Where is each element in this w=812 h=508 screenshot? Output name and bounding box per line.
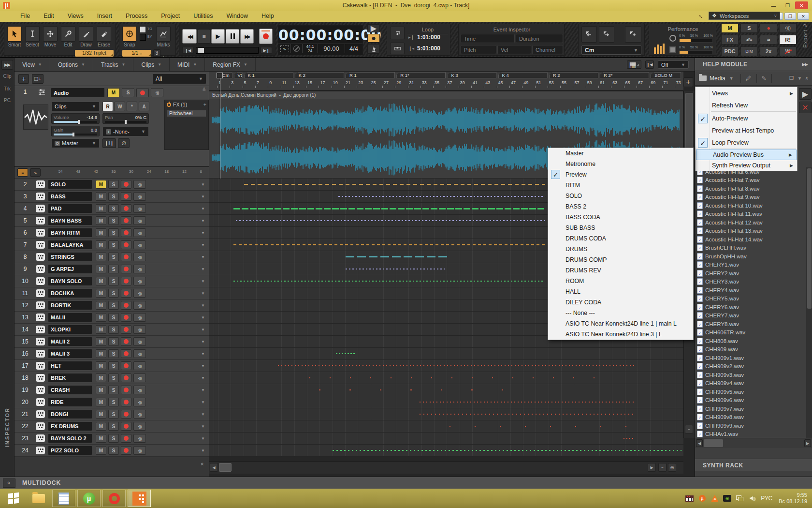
ruler-marker-solo-m[interactable]: SOLO M [651,72,681,78]
dock-window-icon[interactable]: ❐ [789,75,794,81]
play-button[interactable]: ▶ [211,29,225,44]
file-item-chh909v4-wav[interactable]: ♪CHH909v4.wav [695,379,806,388]
track-solo-button[interactable]: S [108,434,119,443]
edit-tool-button[interactable] [61,26,75,42]
input-selector[interactable]: I-None-▼ [102,127,149,136]
track-options-caret[interactable]: ▼ [201,303,205,308]
track-options-caret[interactable]: ▼ [201,194,205,199]
track-echo-button[interactable]: •))) [133,289,146,298]
playhead-handle[interactable] [217,73,223,78]
zoom-out-button[interactable]: − [658,463,667,472]
bus-menu-item-asio-tc-near-konnekt24d-line-3-l[interactable]: ASIO TC Near Konnekt24D line 3 | L [548,329,693,340]
file-item-acoustic-hi-hat-11-wav[interactable]: ♪Acoustic Hi-Hat 11.wav [695,210,806,219]
clip-tab[interactable]: Clip [0,74,14,79]
track-name-field[interactable]: CRASH [48,386,92,394]
file-item-acoustic-hi-hat-10-wav[interactable]: ♪Acoustic Hi-Hat 10.wav [695,201,806,210]
mix-automation-button[interactable]: ≈ [760,35,777,45]
file-item-chery7-wav[interactable]: ♪CHERY7.wav [695,312,806,320]
child-close-button[interactable]: ✕ [798,13,809,20]
track-mute-button[interactable]: M [96,398,106,406]
track-options-caret[interactable]: ▼ [201,255,205,259]
mix-mute-button[interactable]: M [721,23,739,33]
track-echo-button[interactable]: •))) [133,410,146,418]
phase-button[interactable]: ∅ [118,138,130,148]
file-item-chh909v7-wav[interactable]: ♪CHH909v7.wav [695,404,806,413]
track-arm-button[interactable] [121,374,131,382]
track-arm-button[interactable] [121,349,131,358]
record-button[interactable] [259,29,273,44]
track-mute-button[interactable]: M [96,446,106,455]
track-mute-button[interactable]: M [96,410,106,418]
track-filter-selector[interactable]: All▼ [152,74,206,84]
collapse-all-icon[interactable]: « [200,463,205,465]
file-item-chery4-wav[interactable]: ♪CHERY4.wav [695,286,806,295]
snap-magnetic-value[interactable]: 3 [153,49,160,57]
workspaces-selector[interactable]: ❖ Workspaces ˅ [709,12,780,20]
track-row-17[interactable]: 17HETMS•)))▼ [14,360,209,372]
duplicate-track-button[interactable]: ❐+ [32,74,44,84]
automation-snapshot-button[interactable]: * [127,102,137,111]
mix-solo-button[interactable]: S [740,23,758,33]
tray-nvidia-icon[interactable]: ◉ [723,495,731,502]
menu-views[interactable]: Views [61,11,90,22]
track-arm-button[interactable] [121,361,131,370]
track-name-field[interactable]: BONGI [48,410,92,418]
track-echo-button[interactable]: •))) [133,216,146,225]
sample-rate-display[interactable]: 44.124 [303,44,318,53]
file-item-chh909v2-wav[interactable]: ♪CHH909v2.wav [695,362,806,371]
track-row-14[interactable]: 14XLOPKIMS•)))▼ [14,324,209,336]
track-row-2[interactable]: 2SOLOMS•)))▼ [14,179,209,191]
file-item-chhav1-wav[interactable]: ♪CHHAv1.wav [695,430,806,439]
track-mute-button[interactable]: M [96,349,106,358]
time-display[interactable]: 00:00:00:00 [278,27,362,44]
track-arm-button[interactable] [121,398,131,406]
add-track-button[interactable]: + [18,74,29,84]
volume-slider[interactable]: Volume-14.6 [51,113,100,124]
files-horizontal-scrollbar[interactable]: ◀ ▶ [695,438,812,448]
track-arm-button[interactable] [121,192,131,201]
notes-edit-icon[interactable]: ✎ [757,74,772,83]
preview-play-button[interactable]: ▶ [799,88,812,100]
track-solo-button[interactable]: S [108,216,119,225]
file-item-chh909v3-wav[interactable]: ♪CHH909v3.wav [695,371,806,379]
file-item-chh909v5-wav[interactable]: ♪CHH909v5.wav [695,388,806,396]
track-echo-button[interactable]: •))) [133,349,146,358]
track-echo-button[interactable]: •))) [133,361,146,370]
track-arm-button[interactable] [121,337,131,346]
file-item-chh909v6-wav[interactable]: ♪CHH909v6.wav [695,396,806,405]
track-row-19[interactable]: 19CRASHMS•)))▼ [14,384,209,396]
ruler-marker-r-1[interactable]: R 1 [346,72,395,78]
tray-avast-icon[interactable]: a [710,495,719,502]
synth-rack-header[interactable]: SYNTH RACK [695,459,812,471]
track-row-16[interactable]: 16MALII 3MS•)))▼ [14,348,209,360]
track-row-8[interactable]: 8STRINGSMS•)))▼ [14,251,209,263]
punch-in-button[interactable] [581,26,597,43]
track-mute-button[interactable]: M [96,301,106,310]
track-options-caret[interactable]: ▼ [201,182,205,187]
help-menu-item-preview-at-host-tempo[interactable]: Preview at Host Tempo [696,124,797,136]
track-options-caret[interactable]: ▼ [201,352,205,356]
track-echo-button[interactable]: •))) [133,337,146,346]
track-solo-button[interactable]: S [108,349,119,358]
fast-forward-button[interactable]: ▶▶ [240,29,254,44]
mix-fx-button[interactable]: FX [721,35,739,45]
restore-button[interactable]: ❐ [781,1,794,9]
event-vel-field[interactable]: Vel [497,45,531,54]
file-item-chh909v9-wav[interactable]: ♪CHH909v9.wav [695,421,806,430]
metronome-disabled-icon[interactable] [291,44,303,53]
track-name-field[interactable]: MALII [48,313,92,322]
taskbar-notepad[interactable] [52,490,75,507]
smart-tool-button[interactable] [7,26,22,42]
track-echo-button[interactable]: •))) [133,434,146,443]
track-row-3[interactable]: 3BASSMS•)))▼ [14,191,209,203]
track-name-field[interactable]: BORTIK [48,301,92,310]
menu-process[interactable]: Process [119,11,154,22]
track-name-field[interactable]: BASS [48,192,92,201]
track-row-23[interactable]: 23BAYN SOLO 2MS•)))▼ [14,433,209,445]
track-row-5[interactable]: 5BAYN BASSMS•)))▼ [14,215,209,227]
taskbar-cakewalk[interactable] [128,490,151,507]
media-label[interactable]: Media [710,75,725,82]
track-solo-button[interactable]: S [108,374,119,382]
track-arm-button[interactable] [121,216,131,225]
gain-slider[interactable]: Gain0.0 [51,126,100,136]
